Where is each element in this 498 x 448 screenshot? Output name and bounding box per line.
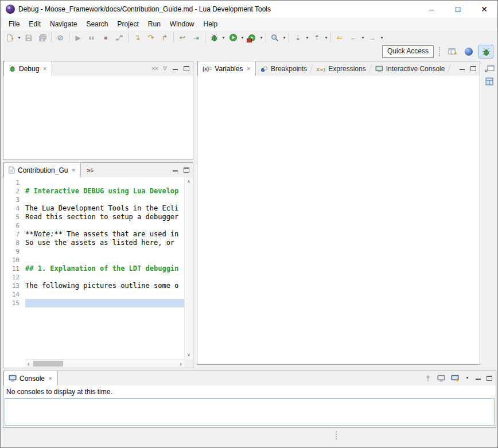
tab-variables[interactable]: (x)= Variables ✕ — [197, 61, 256, 76]
minimize-view-icon[interactable] — [476, 377, 481, 380]
open-console-icon[interactable] — [451, 375, 459, 382]
code-line[interactable] — [25, 247, 184, 256]
debug-dropdown[interactable]: ▾ — [221, 32, 226, 44]
run-dropdown[interactable]: ▾ — [240, 32, 245, 44]
lua-perspective-button[interactable] — [462, 45, 476, 58]
new-dropdown[interactable]: ▾ — [17, 32, 22, 44]
menu-project[interactable]: Project — [112, 18, 143, 30]
step-return-button[interactable]: ↱ — [158, 32, 172, 44]
code-line[interactable] — [25, 178, 184, 187]
debug-button[interactable] — [207, 32, 221, 44]
disconnect-button[interactable] — [112, 32, 126, 44]
close-button[interactable]: ✕ — [471, 1, 497, 18]
remove-terminated-icon[interactable]: ✕✕ — [151, 65, 157, 72]
maximize-view-icon[interactable] — [470, 66, 476, 71]
code-line[interactable]: The following pictures outline some o — [25, 282, 184, 290]
maximize-view-icon[interactable] — [184, 167, 189, 173]
terminate-button[interactable]: ■ — [99, 32, 112, 44]
menu-edit[interactable]: Edit — [24, 18, 45, 30]
tab-interactive-console[interactable]: Interactive Console — [371, 62, 450, 76]
external-tools-button[interactable] — [245, 32, 259, 44]
tab-debug[interactable]: Debug ✕ — [3, 61, 52, 76]
menu-window[interactable]: Window — [165, 18, 199, 30]
minimize-button[interactable]: – — [418, 1, 445, 18]
menu-run[interactable]: Run — [143, 18, 165, 30]
search-button[interactable] — [268, 32, 282, 44]
maximize-view-icon[interactable] — [184, 66, 189, 71]
previous-annotation-dropdown[interactable]: ▾ — [324, 32, 329, 44]
scroll-up-icon[interactable]: ∧ — [187, 179, 190, 184]
minimize-view-icon[interactable] — [173, 67, 178, 70]
run-button[interactable] — [226, 32, 240, 44]
scroll-right-icon[interactable]: › — [180, 360, 182, 367]
forward-button[interactable]: → — [365, 32, 379, 44]
maximize-button[interactable]: □ — [445, 1, 471, 18]
tab-close-icon[interactable]: ✕ — [71, 167, 76, 173]
minimized-view-icon[interactable] — [485, 77, 493, 85]
last-edit-location-button[interactable]: ⇐ — [333, 32, 347, 44]
open-console-dropdown[interactable]: ▾ — [465, 372, 470, 384]
editor-tab-overflow[interactable]: »5 — [83, 163, 97, 177]
tab-breakpoints[interactable]: Breakpoints — [256, 62, 312, 76]
pin-console-icon[interactable] — [425, 375, 431, 382]
scroll-down-icon[interactable]: ∨ — [187, 352, 190, 357]
use-step-filters-button[interactable]: ⇥ — [189, 32, 203, 44]
step-over-button[interactable]: ↷ — [144, 32, 158, 44]
code-line[interactable] — [25, 273, 184, 282]
debug-perspective-button[interactable] — [478, 45, 493, 59]
suspend-button[interactable]: ▮▮ — [85, 32, 99, 44]
step-into-button[interactable]: ↴ — [130, 32, 144, 44]
forward-dropdown[interactable]: ▾ — [379, 32, 384, 44]
display-console-icon[interactable] — [437, 375, 445, 382]
menu-help[interactable]: Help — [199, 18, 223, 30]
previous-annotation-button[interactable]: ⇡ — [310, 32, 324, 44]
scroll-left-icon[interactable]: ‹ — [28, 360, 30, 367]
minimize-view-icon[interactable] — [173, 169, 178, 172]
vertical-scrollbar[interactable]: ∧ ∨ — [184, 177, 193, 359]
back-button[interactable]: ← — [347, 32, 360, 44]
open-perspective-button[interactable] — [445, 45, 459, 58]
tab-contribution-guide[interactable]: Contribution_Gu ✕ — [3, 162, 81, 178]
minimize-view-icon[interactable] — [460, 67, 465, 70]
code-line[interactable] — [25, 221, 184, 230]
back-dropdown[interactable]: ▾ — [360, 32, 365, 44]
save-button[interactable] — [22, 32, 36, 44]
line-number: 10 — [3, 256, 25, 264]
code-line[interactable] — [25, 290, 184, 299]
editor-text-area[interactable]: # Interactive DEBUG using Lua Develop Th… — [25, 177, 184, 359]
code-line-heading[interactable]: ## 1. Explanation of the LDT debuggin — [25, 264, 184, 273]
tab-close-icon[interactable]: ✕ — [48, 376, 53, 381]
code-line[interactable] — [25, 196, 184, 204]
resume-button[interactable]: ▶ — [71, 32, 85, 44]
code-line[interactable]: Read this section to setup a debugger — [25, 213, 184, 221]
maximize-view-icon[interactable] — [487, 376, 492, 381]
skip-breakpoints-button[interactable]: ⊘ — [53, 32, 67, 44]
horizontal-scrollbar[interactable]: ‹ › — [25, 359, 184, 368]
code-line-heading[interactable]: # Interactive DEBUG using Lua Develop — [25, 187, 184, 196]
code-line[interactable]: **Note:** The assets that are used in — [25, 230, 184, 239]
search-dropdown[interactable]: ▾ — [282, 32, 287, 44]
tab-close-icon[interactable]: ✕ — [246, 66, 251, 72]
restore-view-icon[interactable] — [485, 64, 495, 72]
tab-console[interactable]: Console ✕ — [3, 371, 58, 386]
tab-close-icon[interactable]: ✕ — [42, 66, 47, 72]
code-line[interactable]: The Lua Development Tools in the Ecli — [25, 204, 184, 213]
drop-to-frame-button[interactable]: ↩ — [176, 32, 189, 44]
view-menu-icon[interactable]: ▽ — [163, 65, 167, 71]
app-icon — [6, 5, 15, 14]
next-annotation-dropdown[interactable]: ▾ — [305, 32, 310, 44]
code-line-current[interactable] — [25, 299, 184, 307]
tab-expressions[interactable]: x=y Expressions — [312, 62, 370, 76]
code-line[interactable] — [25, 256, 184, 264]
external-tools-dropdown[interactable]: ▾ — [259, 32, 264, 44]
sash-handle[interactable] — [336, 431, 337, 439]
new-button[interactable] — [3, 32, 17, 44]
menu-navigate[interactable]: Navigate — [45, 18, 81, 30]
next-annotation-button[interactable]: ⇣ — [291, 32, 305, 44]
quick-access-input[interactable]: Quick Access — [382, 45, 434, 58]
menu-file[interactable]: File — [4, 18, 24, 30]
scrollbar-thumb[interactable] — [33, 361, 63, 367]
save-all-button[interactable] — [36, 32, 49, 44]
code-line[interactable]: So use the assets as listed here, or — [25, 239, 184, 247]
menu-search[interactable]: Search — [81, 18, 112, 30]
